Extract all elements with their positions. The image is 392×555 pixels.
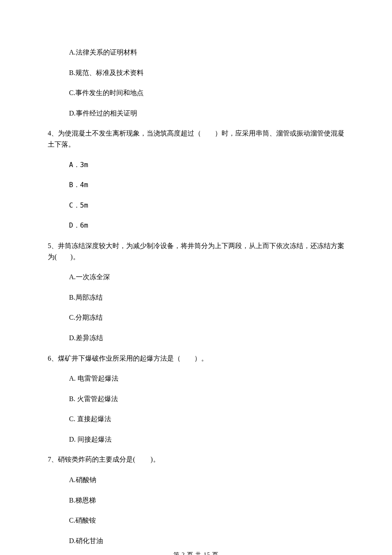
q7-option-b: B.梯恩梯 xyxy=(48,495,344,506)
q7-option-d: D.硝化甘油 xyxy=(48,535,344,546)
option-text: A.法律关系的证明材料 xyxy=(69,49,137,56)
option-text: A. 电雷管起爆法 xyxy=(69,375,118,382)
q5-option-c: C.分期冻结 xyxy=(48,312,344,323)
q3-option-a: A.法律关系的证明材料 xyxy=(48,47,344,58)
q4-option-b: B．4m xyxy=(48,179,344,191)
q3-option-b: B.规范、标准及技术资料 xyxy=(48,67,344,78)
q6-option-c: C. 直接起爆法 xyxy=(48,413,344,425)
question-text: 4、为使混凝土不发生离析现象，当浇筑高度超过（ ）时，应采用串筒、溜管或振动溜管… xyxy=(48,130,344,148)
option-text: B. 火雷管起爆法 xyxy=(69,395,118,402)
option-text: C.分期冻结 xyxy=(69,314,103,321)
q4-stem: 4、为使混凝土不发生离析现象，当浇筑高度超过（ ）时，应采用串筒、溜管或振动溜管… xyxy=(48,128,344,150)
question-text: 7、硝铵类炸药的主要成分是( )。 xyxy=(48,456,160,463)
question-text: 6、煤矿井下爆破作业所采用的起爆方法是（ ）。 xyxy=(48,355,208,362)
q3-option-c: C.事件发生的时间和地点 xyxy=(48,87,344,98)
option-text: B．4m xyxy=(69,181,88,189)
option-text: C．5m xyxy=(69,201,88,209)
q5-stem: 5、井筒冻结深度较大时，为减少制冷设备，将井筒分为上下两段，从上而下依次冻结，还… xyxy=(48,240,344,262)
q7-option-c: C.硝酸铵 xyxy=(48,515,344,526)
q3-option-d: D.事件经过的相关证明 xyxy=(48,108,344,119)
option-text: B.局部冻结 xyxy=(69,294,103,301)
option-text: B.梯恩梯 xyxy=(69,497,96,504)
exam-page: A.法律关系的证明材料 B.规范、标准及技术资料 C.事件发生的时间和地点 D.… xyxy=(0,0,392,555)
option-text: D.差异冻结 xyxy=(69,334,103,341)
option-text: D.事件经过的相关证明 xyxy=(69,110,137,117)
option-text: D. 间接起爆法 xyxy=(69,436,112,443)
page-footer: 第 2 页 共 15 页 xyxy=(0,550,392,555)
page-number: 第 2 页 共 15 页 xyxy=(173,552,219,555)
option-text: C.事件发生的时间和地点 xyxy=(69,89,144,96)
q6-option-a: A. 电雷管起爆法 xyxy=(48,373,344,384)
option-text: B.规范、标准及技术资料 xyxy=(69,69,144,76)
q4-option-d: D．6m xyxy=(48,220,344,231)
q4-option-a: A．3m xyxy=(48,159,344,171)
option-text: C.硝酸铵 xyxy=(69,517,96,524)
option-text: A.一次冻全深 xyxy=(69,273,110,280)
q5-option-d: D.差异冻结 xyxy=(48,332,344,344)
question-text: 5、井筒冻结深度较大时，为减少制冷设备，将井筒分为上下两段，从上而下依次冻结，还… xyxy=(48,242,344,260)
q6-stem: 6、煤矿井下爆破作业所采用的起爆方法是（ ）。 xyxy=(48,353,344,364)
q5-option-a: A.一次冻全深 xyxy=(48,272,344,283)
q6-option-d: D. 间接起爆法 xyxy=(48,434,344,445)
q4-option-c: C．5m xyxy=(48,200,344,211)
q5-option-b: B.局部冻结 xyxy=(48,292,344,303)
q7-stem: 7、硝铵类炸药的主要成分是( )。 xyxy=(48,454,344,465)
option-text: D．6m xyxy=(69,221,88,229)
option-text: A.硝酸钠 xyxy=(69,476,96,483)
option-text: D.硝化甘油 xyxy=(69,537,103,544)
option-text: A．3m xyxy=(69,161,88,169)
option-text: C. 直接起爆法 xyxy=(69,415,111,422)
q7-option-a: A.硝酸钠 xyxy=(48,474,344,486)
q6-option-b: B. 火雷管起爆法 xyxy=(48,393,344,405)
